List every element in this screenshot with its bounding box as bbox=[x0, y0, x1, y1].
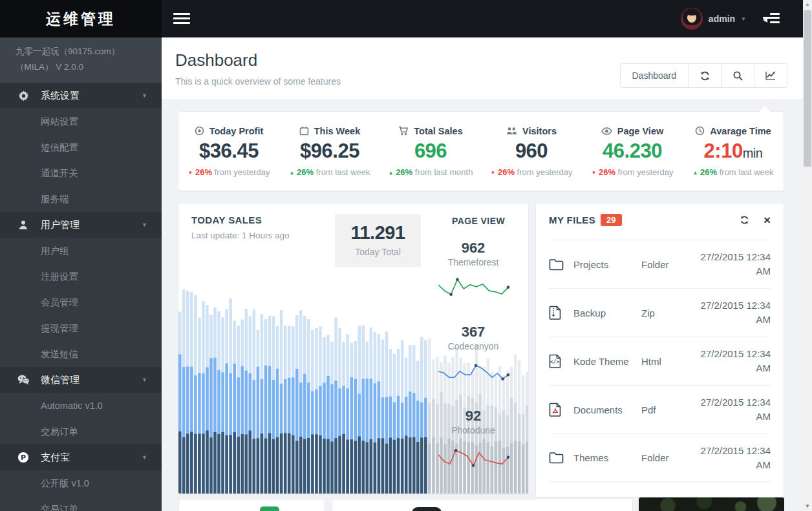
today-total-label: Today Total bbox=[335, 247, 421, 257]
file-row-kode-theme[interactable]: </> Kode Theme Html 27/2/2015 12:34 AM bbox=[549, 337, 771, 385]
stat-label: Avarage Time bbox=[710, 126, 771, 136]
sidebar-item-alipay-public[interactable]: 公开版 v1.0 bbox=[0, 470, 162, 496]
users-icon bbox=[506, 126, 517, 136]
stat-trend: ▼ 26% from yesterday bbox=[178, 167, 279, 177]
pdf-icon bbox=[549, 402, 562, 417]
file-row-backup[interactable]: Backup Zip 27/2/2015 12:34 AM bbox=[549, 288, 771, 337]
sidebar-item-label: 系统设置 bbox=[41, 90, 80, 102]
stat-value: $96.25 bbox=[279, 140, 380, 163]
sidebar-item-channel-switch[interactable]: 通道开关 bbox=[0, 160, 162, 186]
sidebar-item-system-settings[interactable]: 系统设置 ▼ bbox=[0, 83, 162, 109]
stat-value: 960 bbox=[481, 140, 582, 163]
dashboard-breadcrumb-button[interactable]: Dashboard bbox=[620, 63, 689, 88]
stat-today-profit: Today Profit $36.45 ▼ 26% from yesterday bbox=[178, 126, 279, 177]
chart-button[interactable] bbox=[754, 63, 787, 88]
header-button-group: Dashboard bbox=[620, 63, 788, 88]
bottom-panel-2 bbox=[332, 499, 633, 511]
stats-panel: Today Profit $36.45 ▼ 26% from yesterday… bbox=[178, 111, 784, 191]
close-icon[interactable]: × bbox=[764, 216, 771, 225]
target-icon bbox=[195, 126, 204, 136]
main-content: Dashboard This is a quick overview of so… bbox=[162, 37, 812, 511]
search-button[interactable] bbox=[721, 63, 754, 88]
trend-down-icon: ▼ bbox=[187, 170, 193, 176]
scrollbar-down-arrow[interactable]: ▼ bbox=[803, 503, 812, 509]
page-scrollbar[interactable]: ▲ ▼ bbox=[803, 0, 812, 511]
refresh-button[interactable] bbox=[689, 63, 721, 88]
sidebar-item-wechat-management[interactable]: 微信管理 ▼ bbox=[0, 367, 162, 393]
site-info: 九零一起玩（90175.com） （MILA） V 2.0.0 bbox=[0, 37, 162, 83]
bottom-panel-1 bbox=[178, 499, 325, 511]
line-chart-icon bbox=[765, 70, 776, 81]
folder-icon bbox=[549, 452, 564, 464]
trend-down-icon: ▼ bbox=[490, 170, 495, 176]
page-view-label: PAGE VIEW bbox=[452, 216, 505, 226]
sidebar-item-alipay[interactable]: P 支付宝 ▼ bbox=[0, 444, 162, 470]
stat-trend: ▲ 26% from last month bbox=[380, 167, 481, 177]
stat-label: Today Profit bbox=[209, 126, 264, 136]
dark-badge-icon bbox=[412, 507, 442, 511]
today-sales-panel: TODAY SALES Last update: 1 Hours ago 11.… bbox=[178, 203, 529, 494]
photodune-sparkline-chart bbox=[434, 438, 512, 469]
sidebar-item-alipay-orders[interactable]: 交易订单 bbox=[0, 496, 162, 511]
user-name: admin bbox=[709, 14, 735, 24]
stat-label: Total Sales bbox=[414, 126, 462, 136]
stat-label: Page View bbox=[617, 126, 663, 136]
scrollbar-up-arrow[interactable]: ▲ bbox=[803, 1, 812, 7]
sidebar-item-send-sms[interactable]: 发送短信 bbox=[0, 341, 162, 367]
file-row-documents[interactable]: Documents Pdf 27/2/2015 12:34 AM bbox=[549, 385, 771, 433]
today-total-box: 11.291 Today Total bbox=[335, 214, 421, 267]
sidebar-item-server[interactable]: 服务端 bbox=[0, 186, 162, 212]
sidebar-collapse-button[interactable] bbox=[173, 13, 190, 25]
app-logo: 运维管理 bbox=[0, 0, 162, 37]
calendar-icon bbox=[299, 126, 309, 136]
user-menu[interactable]: admin ▼ bbox=[681, 8, 746, 30]
file-row-themes[interactable]: Themes Folder 27/2/2015 12:34 AM bbox=[549, 433, 771, 482]
green-badge-icon bbox=[260, 506, 279, 511]
stat-this-week: This Week $96.25 ▲ 26% from last week bbox=[279, 126, 380, 177]
clock-icon bbox=[695, 126, 705, 136]
chevron-down-icon: ▼ bbox=[142, 454, 147, 461]
sidebar-item-user-groups[interactable]: 用户组 bbox=[0, 238, 162, 264]
scrollbar-thumb[interactable] bbox=[804, 10, 811, 167]
svg-text:P: P bbox=[21, 454, 26, 462]
sidebar-item-wechat-orders[interactable]: 交易订单 bbox=[0, 419, 162, 444]
refresh-icon[interactable] bbox=[740, 215, 749, 225]
stat-total-sales: Total Sales 696 ▲ 26% from last month bbox=[380, 126, 481, 177]
user-icon bbox=[17, 220, 30, 230]
sidebar-item-site-settings[interactable]: 网站设置 bbox=[0, 109, 162, 134]
sidebar: 九零一起玩（90175.com） （MILA） V 2.0.0 系统设置 ▼ 网… bbox=[0, 37, 162, 511]
sidebar-item-withdraw-management[interactable]: 提现管理 bbox=[0, 315, 162, 341]
sidebar-item-sms-config[interactable]: 短信配置 bbox=[0, 134, 162, 160]
file-row-projects[interactable]: Projects Folder 27/2/2015 12:34 AM bbox=[549, 240, 771, 288]
site-version: （MILA） V 2.0.0 bbox=[16, 59, 146, 75]
chevron-down-icon: ▼ bbox=[142, 377, 147, 383]
stat-page-view: Page View 46.230 ▼ 26% from yesterday bbox=[582, 126, 683, 177]
sidebar-item-user-management[interactable]: 用户管理 ▼ bbox=[0, 212, 162, 238]
chevron-down-icon: ▼ bbox=[741, 16, 746, 22]
sidebar-item-automatic-v1[interactable]: Automatic v1.0 bbox=[0, 393, 162, 419]
page-header: Dashboard This is a quick overview of so… bbox=[162, 37, 812, 100]
my-files-title: MY FILES bbox=[549, 214, 595, 225]
search-icon bbox=[732, 70, 743, 81]
sidebar-item-label: 微信管理 bbox=[41, 374, 80, 386]
my-files-panel: MY FILES29 × Projects Folder 27/2/2015 1… bbox=[535, 203, 784, 497]
sparkline-themeforest: 962 Themeforest bbox=[430, 240, 517, 302]
arrow-left-icon bbox=[763, 17, 767, 23]
stat-label: Visitors bbox=[522, 126, 557, 136]
stat-trend: ▲ 26% from last week bbox=[683, 167, 784, 177]
sidebar-item-member-management[interactable]: 会员管理 bbox=[0, 289, 162, 315]
cart-icon bbox=[398, 126, 409, 136]
sidebar-item-register-settings[interactable]: 注册设置 bbox=[0, 264, 162, 289]
trend-up-icon: ▲ bbox=[389, 170, 394, 176]
sidebar-item-label: 支付宝 bbox=[41, 452, 70, 464]
trend-up-icon: ▲ bbox=[692, 170, 698, 176]
dashboard-body: Today Profit $36.45 ▼ 26% from yesterday… bbox=[162, 100, 812, 511]
stat-trend: ▲ 26% from last week bbox=[279, 167, 380, 177]
today-total-value: 11.291 bbox=[335, 222, 421, 244]
right-sidebar-toggle-button[interactable] bbox=[763, 13, 780, 25]
codecanyon-sparkline-chart bbox=[434, 354, 512, 385]
page-title: Dashboard bbox=[175, 50, 257, 70]
sparkline-codecanyon: 367 Codecanyon bbox=[430, 324, 517, 386]
alipay-icon: P bbox=[17, 452, 30, 463]
folder-icon bbox=[549, 258, 564, 271]
